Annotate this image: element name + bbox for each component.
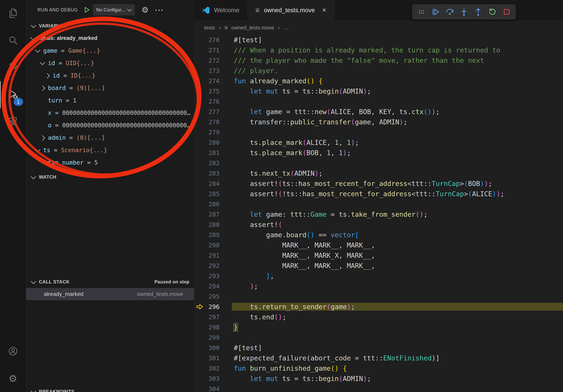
breadcrumb-item-tests[interactable]: tests: [204, 25, 215, 31]
line-number[interactable]: 279: [205, 129, 219, 136]
step-into-button[interactable]: [458, 6, 470, 18]
toolbar-gripper[interactable]: [415, 6, 427, 18]
code-line[interactable]: 282: [194, 158, 563, 168]
code-line[interactable]: 290 MARK__, MARK__, MARK__,: [194, 240, 563, 250]
line-number[interactable]: 296: [205, 303, 219, 310]
breadcrumb-item-file[interactable]: owned_tests.move: [231, 25, 274, 31]
code-line[interactable]: 301#[expected_failure(abort_code = ttt::…: [194, 353, 563, 363]
line-number[interactable]: 301: [205, 354, 219, 362]
code-line[interactable]: 278 transfer::public_transfer(game, ADMI…: [194, 117, 563, 127]
code-line[interactable]: 272/// the player who made the "false" m…: [194, 55, 563, 65]
code-line[interactable]: 279: [194, 127, 563, 137]
line-number[interactable]: 270: [205, 36, 219, 43]
line-number[interactable]: 293: [205, 272, 219, 279]
tab-welcome[interactable]: Welcome: [194, 0, 248, 21]
code-line[interactable]: 271/// When a position is already marked…: [194, 45, 563, 55]
line-number[interactable]: 275: [205, 88, 219, 95]
line-number[interactable]: 282: [205, 159, 219, 167]
step-over-button[interactable]: [444, 6, 456, 18]
chevron-down-icon[interactable]: [30, 35, 36, 40]
breadcrumb-item-more[interactable]: …: [283, 25, 289, 31]
code-line[interactable]: 283 ts.next_tx(ADMIN);: [194, 168, 563, 178]
line-number[interactable]: 284: [205, 180, 219, 187]
line-number[interactable]: 281: [205, 149, 219, 156]
code-line[interactable]: 273/// player.: [194, 65, 563, 76]
code-line[interactable]: 293 ],: [194, 271, 563, 281]
code-line[interactable]: 304: [194, 384, 563, 392]
code-line[interactable]: 276: [194, 96, 563, 107]
code-line[interactable]: 284 assert!(ts::has_most_recent_for_addr…: [194, 178, 563, 189]
source-control-button[interactable]: [0, 54, 26, 81]
code-line[interactable]: 277 let game = ttt::new(ALICE, BOB, KEY,…: [194, 107, 563, 117]
start-debugging-button[interactable]: [83, 6, 90, 14]
line-number[interactable]: 299: [205, 334, 219, 341]
line-number[interactable]: 297: [205, 314, 219, 321]
restart-button[interactable]: [486, 6, 499, 18]
code-line[interactable]: 281 ts.place_mark(BOB, 1, 1);: [194, 148, 563, 158]
close-icon[interactable]: ✕: [322, 7, 326, 13]
variable-row[interactable]: id = UID{...}: [26, 57, 194, 69]
variable-row[interactable]: game = Game{...}: [26, 44, 194, 57]
code-line[interactable]: 274fun already_marked() {: [194, 76, 563, 86]
code-line[interactable]: 296 ts.return_to_sender(game);: [194, 301, 563, 312]
line-number[interactable]: 280: [205, 139, 219, 146]
code-line[interactable]: 280 ts.place_mark(ALICE, 1, 1);: [194, 137, 563, 148]
variable-row[interactable]: txn_number = 5: [26, 156, 194, 169]
line-number[interactable]: 292: [205, 262, 219, 269]
code-line[interactable]: 289 game.board() == vector[: [194, 230, 563, 240]
code-line[interactable]: 299: [194, 332, 563, 343]
variables-section-header[interactable]: VARIABLES: [26, 20, 194, 32]
line-number[interactable]: 273: [205, 67, 219, 74]
variable-row[interactable]: id = ID{...}: [26, 69, 194, 82]
line-number[interactable]: 277: [205, 108, 219, 115]
code-line[interactable]: 285 assert!(!ts::has_most_recent_for_add…: [194, 189, 563, 199]
code-line[interactable]: 302fun burn_unfinished_game() {: [194, 363, 563, 373]
code-line[interactable]: 275 let mut ts = ts::begin(ADMIN);: [194, 86, 563, 96]
line-number[interactable]: 294: [205, 283, 219, 290]
scope-row[interactable]: locals: already_marked: [26, 32, 194, 44]
stop-button[interactable]: [500, 6, 513, 18]
line-number[interactable]: 303: [205, 375, 219, 382]
code-line[interactable]: 287 let game: ttt::Game = ts.take_from_s…: [194, 209, 563, 220]
code-line[interactable]: 270#[test]: [194, 35, 563, 45]
more-actions-icon[interactable]: ⋯: [154, 8, 164, 12]
code-line[interactable]: 297 ts.end();: [194, 312, 563, 322]
code-line[interactable]: 292 MARK__, MARK__, MARK__,: [194, 261, 563, 271]
call-stack-frame-row[interactable]: already_marked owned_tests.move: [26, 288, 194, 300]
variable-row[interactable]: o = 000000000000000000000000000000000000…: [26, 119, 194, 131]
continue-button[interactable]: [429, 6, 442, 18]
watch-section-header[interactable]: WATCH: [26, 171, 194, 183]
code-line[interactable]: 295: [194, 291, 563, 301]
search-button[interactable]: [0, 27, 26, 54]
code-line[interactable]: 288 assert!(: [194, 220, 563, 230]
line-number[interactable]: 283: [205, 170, 219, 177]
variable-row[interactable]: ts = Scenario{...}: [26, 144, 194, 156]
variable-row[interactable]: admin = (0)[...]: [26, 131, 194, 144]
chevron-down-icon[interactable]: [35, 147, 40, 152]
line-number[interactable]: 278: [205, 118, 219, 126]
chevron-right-icon[interactable]: [45, 73, 50, 78]
chevron-down-icon[interactable]: [40, 60, 45, 65]
line-number[interactable]: 298: [205, 324, 219, 331]
variable-row[interactable]: x = 000000000000000000000000000000000000…: [26, 107, 194, 119]
step-out-button[interactable]: [472, 6, 484, 18]
line-number[interactable]: 300: [205, 344, 219, 351]
breakpoints-section-header[interactable]: BREAKPOINTS: [26, 385, 194, 392]
variable-row[interactable]: turn = 1: [26, 94, 194, 107]
account-button[interactable]: [0, 338, 26, 365]
line-number[interactable]: 304: [205, 385, 219, 392]
line-number[interactable]: 289: [205, 231, 219, 238]
debug-configuration-dropdown[interactable]: No Configur...: [93, 4, 135, 15]
code-line[interactable]: 298}: [194, 322, 563, 332]
line-number[interactable]: 286: [205, 201, 219, 208]
code-line[interactable]: 294 );: [194, 281, 563, 291]
call-stack-section-header[interactable]: CALL STACK Paused on step: [26, 276, 194, 288]
line-number[interactable]: 272: [205, 57, 219, 64]
variable-row[interactable]: board = (9)[...]: [26, 82, 194, 94]
code-line[interactable]: 300#[test]: [194, 343, 563, 353]
line-number[interactable]: 291: [205, 252, 219, 259]
chevron-down-icon[interactable]: [35, 47, 40, 53]
line-number[interactable]: 288: [205, 221, 219, 228]
line-number[interactable]: 287: [205, 211, 219, 218]
chevron-right-icon[interactable]: [40, 135, 45, 141]
